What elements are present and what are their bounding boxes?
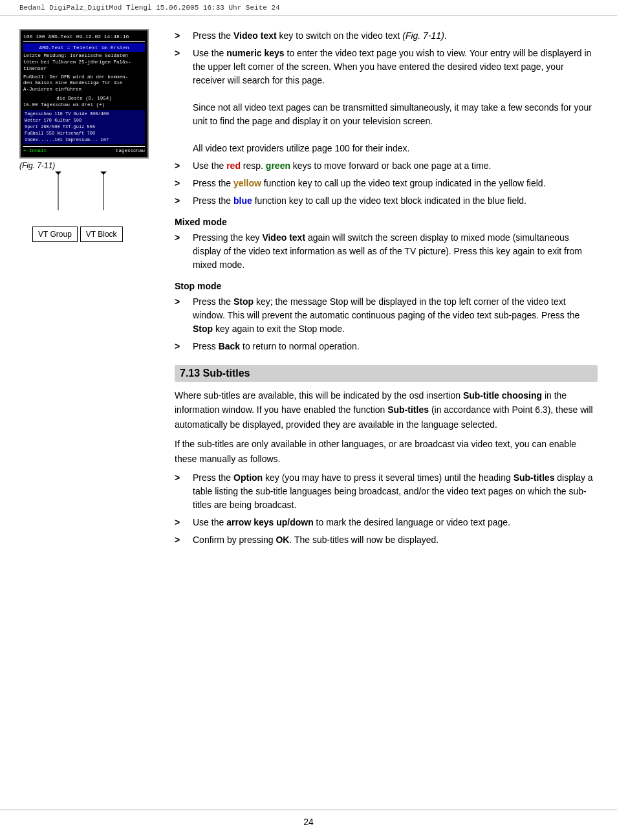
tv-bottom-bar: + Inhalt tagesschau	[23, 146, 145, 155]
list-item: > Use the red resp. green keys to move f…	[175, 159, 598, 173]
list-item: > Press the Option key (you may have to …	[175, 471, 598, 512]
vt-group-label: VT Group	[32, 227, 78, 242]
section-713-intro-2: If the sub-titles are only available in …	[175, 437, 598, 466]
tv-table: Tagesschau 110 TV Guide 300/400 Wetter 1…	[23, 110, 145, 144]
section-713-intro-1: Where sub-titles are available, this wil…	[175, 388, 598, 432]
list-item: > Use the numeric keys to enter the vide…	[175, 47, 598, 155]
list-item: > Press Back to return to normal operati…	[175, 340, 598, 353]
svg-marker-1	[55, 171, 61, 175]
right-column: > Press the Video text key to switch on …	[175, 29, 598, 553]
vt-labels: VT Group VT Block	[32, 227, 162, 242]
left-column: 100 100 ARD-Text 09.12.02 14:48:16 ARD-T…	[19, 29, 162, 553]
mixed-mode-bullet-list: > Pressing the key Video text again will…	[175, 231, 598, 272]
vt-block-label: VT Block	[80, 227, 123, 242]
list-item: > Press the Stop key; the message Stop w…	[175, 295, 598, 336]
main-bullet-list: > Press the Video text key to switch on …	[175, 29, 598, 208]
list-item: > Press the blue function key to call up…	[175, 194, 598, 208]
page-header: Bedanl DigiPalz_DigitMod Tlengl 15.06.20…	[0, 0, 617, 16]
stop-mode-heading: Stop mode	[175, 281, 598, 291]
mixed-mode-heading: Mixed mode	[175, 217, 598, 227]
list-item: > Pressing the key Video text again will…	[175, 231, 598, 272]
arrows-area	[19, 171, 149, 220]
list-item: > Press the yellow function key to call …	[175, 177, 598, 190]
list-item: > Confirm by pressing OK. The sub-titles…	[175, 533, 598, 547]
figure-caption: (Fig. 7-11)	[19, 161, 162, 170]
page-footer: 24	[0, 810, 617, 834]
svg-marker-3	[100, 171, 107, 175]
section-713-bullet-list: > Press the Option key (you may have to …	[175, 471, 598, 547]
section-713-title: 7.13 Sub-titles	[175, 365, 598, 382]
list-item: > Use the arrow keys up/down to mark the…	[175, 516, 598, 529]
list-item: > Press the Video text key to switch on …	[175, 29, 598, 43]
tv-screenshot: 100 100 ARD-Text 09.12.02 14:48:16 ARD-T…	[19, 29, 149, 159]
tv-blue-bar: ARD-Text = Teletext im Ersten	[23, 43, 145, 52]
stop-mode-bullet-list: > Press the Stop key; the message Stop w…	[175, 295, 598, 353]
arrows-svg	[19, 171, 149, 220]
tv-body: Letzte Meldung: Israelische Soldaten töt…	[23, 53, 145, 155]
tv-header-bar: 100 100 ARD-Text 09.12.02 14:48:16	[23, 33, 145, 42]
